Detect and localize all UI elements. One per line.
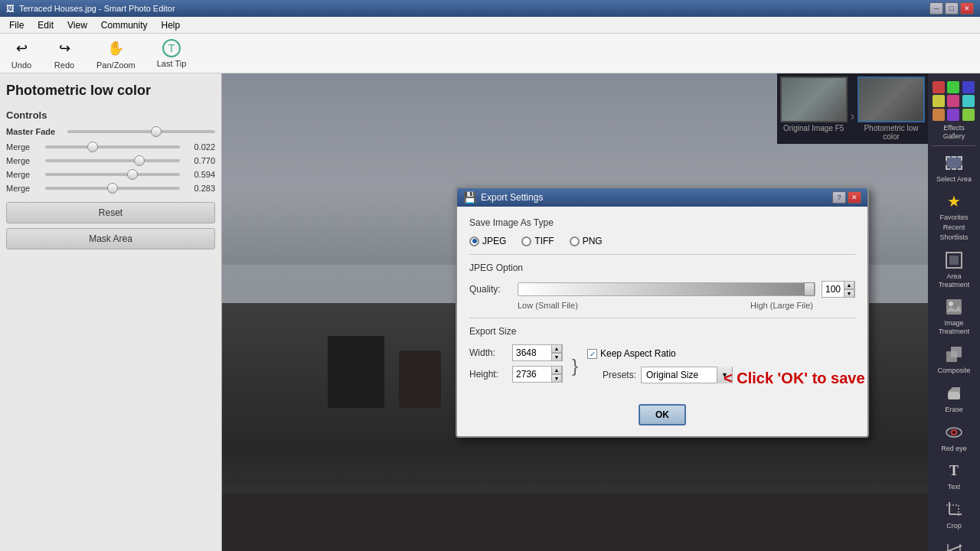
quality-label: Quality: [469, 284, 511, 295]
title-bar-controls: ─ □ ✕ [929, 2, 974, 15]
keep-aspect-checkbox[interactable] [587, 349, 597, 359]
effect-cell-1 [933, 81, 945, 93]
slider-thumb-2[interactable] [134, 155, 145, 166]
slider-value-3: 0.594 [185, 170, 215, 179]
close-button[interactable]: ✕ [960, 2, 974, 15]
radio-png[interactable]: PNG [570, 236, 603, 246]
reset-button[interactable]: Reset [6, 202, 215, 223]
window-title: Terraced Houses.jpg - Smart Photo Editor [19, 4, 175, 13]
height-spin-up[interactable]: ▲ [551, 366, 562, 374]
slider-1[interactable] [45, 145, 180, 148]
effects-gallery-label: Effects Gallery [933, 124, 975, 141]
effect-title: Photometric low color [6, 80, 215, 102]
composite-tool[interactable]: Composite [931, 341, 977, 378]
left-panel: Photometric low color Controls Master Fa… [0, 73, 222, 551]
menu-help[interactable]: Help [155, 18, 187, 32]
slider-value-1: 0.022 [185, 142, 215, 152]
ok-button[interactable]: OK [639, 404, 686, 425]
dialog-title-text: Export Settings [481, 192, 543, 203]
keep-aspect-label: Keep Aspect Ratio [600, 348, 676, 359]
link-bracket-container: } [569, 344, 581, 387]
pan-zoom-icon: ✋ [105, 37, 126, 59]
quality-handle[interactable] [804, 282, 815, 296]
toolbar: ↩ Undo ↪ Redo ✋ Pan/Zoom T Last Tip [0, 34, 980, 73]
svg-point-10 [952, 431, 956, 434]
menu-file[interactable]: File [3, 18, 30, 32]
effect-cell-7 [933, 109, 945, 121]
favorites-tool[interactable]: ★ Favorites Recent Shortlists [931, 187, 977, 244]
quality-spin-up[interactable]: ▲ [844, 281, 854, 289]
radio-tiff-circle [521, 236, 531, 246]
radio-jpeg[interactable]: JPEG [469, 236, 506, 246]
svg-point-3 [949, 302, 953, 306]
height-input[interactable] [513, 369, 551, 380]
dialog-help-button[interactable]: ? [832, 191, 846, 204]
mask-area-button[interactable]: Mask Area [6, 228, 215, 249]
undo-icon: ↩ [11, 37, 32, 59]
straighten-tool[interactable]: Straighten [931, 535, 977, 551]
width-input[interactable] [513, 347, 551, 358]
redo-icon: ↪ [54, 37, 75, 59]
composite-label: Composite [937, 367, 970, 375]
erase-icon [943, 383, 965, 404]
undo-button[interactable]: ↩ Undo [6, 36, 37, 71]
redo-button[interactable]: ↪ Redo [49, 36, 80, 71]
slider-thumb-3[interactable] [127, 169, 138, 180]
text-label: Text [948, 483, 961, 491]
export-icon: 💾 [463, 191, 476, 204]
right-panel: Effects Gallery Select Area ★ Favorites … [928, 73, 980, 551]
width-spin-up[interactable]: ▲ [551, 344, 562, 353]
erase-tool[interactable]: Erase [931, 380, 977, 417]
image-treatment-tool[interactable]: Image Treatment [931, 293, 977, 339]
menu-view[interactable]: View [61, 18, 93, 32]
quality-value: 100 [822, 284, 844, 295]
slider-thumb-1[interactable] [87, 142, 98, 152]
recent-label: Recent [943, 223, 965, 232]
effect-cell-8 [947, 109, 959, 121]
pan-zoom-button[interactable]: ✋ Pan/Zoom [92, 36, 140, 71]
crop-label: Crop [946, 522, 962, 530]
slider-label-1: Merge [6, 142, 41, 152]
quality-slider[interactable] [518, 282, 815, 296]
last-tip-button[interactable]: T Last Tip [152, 37, 191, 70]
select-area-tool[interactable]: Select Area [931, 149, 977, 187]
title-bar: 🖼 Terraced Houses.jpg - Smart Photo Edit… [0, 0, 980, 17]
save-type-label: Save Image As Type [469, 217, 855, 228]
effects-gallery-tool[interactable]: Effects Gallery [931, 77, 977, 146]
slider-label-2: Merge [6, 156, 41, 165]
radio-tiff[interactable]: TIFF [521, 236, 554, 246]
slider-thumb-4[interactable] [107, 183, 118, 194]
dialog-close-button[interactable]: ✕ [848, 191, 861, 204]
center-image-area: Original Image F5 › Photometric low colo… [222, 73, 928, 551]
slider-row-1: Merge 0.022 [6, 142, 215, 152]
width-spin-down[interactable]: ▼ [551, 353, 562, 361]
effect-cell-5 [947, 95, 959, 107]
area-treatment-tool[interactable]: Area Treatment [931, 246, 977, 292]
dialog-title-left: 💾 Export Settings [463, 191, 543, 204]
area-treatment-label: Area Treatment [933, 272, 975, 289]
presets-arrow-icon[interactable]: ▼ [717, 367, 732, 383]
menu-community[interactable]: Community [95, 18, 154, 32]
minimize-button[interactable]: ─ [929, 2, 943, 15]
slider-label-4: Merge [6, 184, 41, 193]
height-spin-down[interactable]: ▼ [551, 374, 562, 383]
select-area-label: Select Area [936, 175, 972, 184]
image-treatment-label: Image Treatment [933, 319, 975, 336]
modal-overlay: 💾 Export Settings ? ✕ Save Image As Type [222, 73, 928, 551]
master-fade-slider[interactable] [67, 130, 215, 133]
quality-range-labels: Low (Small File) High (Large File) [469, 301, 855, 310]
controls-label: Controls [6, 109, 215, 121]
effect-cell-2 [947, 81, 959, 93]
slider-2[interactable] [45, 159, 180, 162]
text-tool[interactable]: T Text [931, 457, 977, 494]
maximize-button[interactable]: □ [945, 2, 959, 15]
quality-spin-down[interactable]: ▼ [844, 289, 854, 298]
effect-cell-9 [962, 109, 975, 121]
slider-4[interactable] [45, 187, 180, 190]
crop-tool[interactable]: Crop [931, 496, 977, 533]
slider-3[interactable] [45, 173, 180, 176]
red-eye-tool[interactable]: Red eye [931, 419, 977, 456]
master-fade-thumb[interactable] [151, 126, 162, 137]
menu-edit[interactable]: Edit [31, 18, 60, 32]
presets-dropdown[interactable]: Original Size ▼ [641, 367, 733, 383]
